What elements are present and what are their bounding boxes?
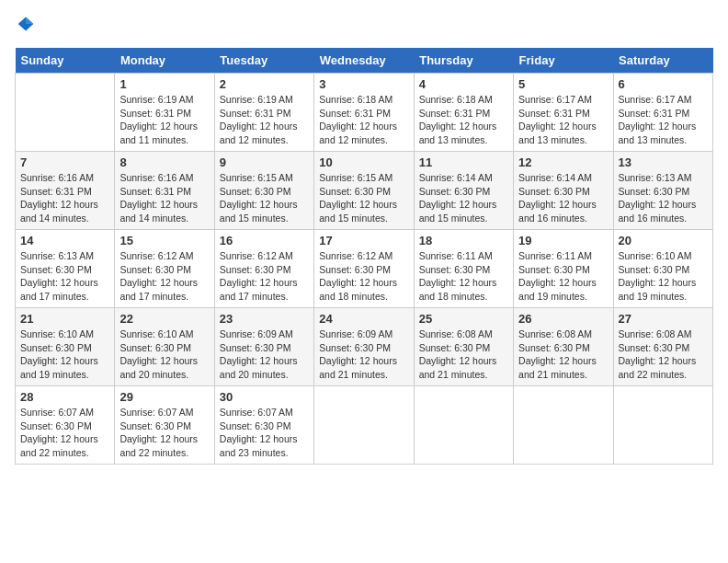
day-info: Sunrise: 6:09 AMSunset: 6:30 PMDaylight:… — [220, 327, 309, 382]
day-number: 5 — [518, 77, 608, 91]
calendar-cell: 20Sunrise: 6:10 AMSunset: 6:30 PMDayligh… — [613, 230, 712, 308]
col-header-saturday: Saturday — [613, 48, 712, 74]
calendar-cell: 16Sunrise: 6:12 AMSunset: 6:30 PMDayligh… — [214, 230, 313, 308]
calendar-cell: 11Sunrise: 6:14 AMSunset: 6:30 PMDayligh… — [414, 152, 513, 230]
calendar-table: SundayMondayTuesdayWednesdayThursdayFrid… — [15, 48, 713, 465]
day-info: Sunrise: 6:16 AMSunset: 6:31 PMDaylight:… — [20, 171, 109, 225]
day-number: 11 — [419, 155, 508, 169]
day-number: 29 — [119, 390, 209, 404]
day-number: 22 — [119, 312, 209, 326]
col-header-friday: Friday — [514, 48, 613, 74]
day-number: 17 — [319, 234, 408, 247]
day-info: Sunrise: 6:07 AMSunset: 6:30 PMDaylight:… — [20, 406, 109, 460]
calendar-cell: 10Sunrise: 6:15 AMSunset: 6:30 PMDayligh… — [314, 152, 414, 230]
day-number: 19 — [518, 234, 608, 247]
page-header — [15, 15, 713, 37]
logo — [15, 15, 39, 37]
calendar-cell: 3Sunrise: 6:18 AMSunset: 6:31 PMDaylight… — [314, 74, 414, 152]
day-info: Sunrise: 6:11 AMSunset: 6:30 PMDaylight:… — [518, 249, 608, 304]
calendar-cell: 1Sunrise: 6:19 AMSunset: 6:31 PMDaylight… — [115, 74, 214, 152]
day-number: 16 — [220, 234, 309, 247]
calendar-cell: 6Sunrise: 6:17 AMSunset: 6:31 PMDaylight… — [613, 74, 712, 152]
day-number: 3 — [319, 77, 408, 91]
day-number: 25 — [419, 312, 508, 326]
day-info: Sunrise: 6:19 AMSunset: 6:31 PMDaylight:… — [220, 93, 309, 147]
calendar-cell — [514, 386, 613, 465]
calendar-cell: 22Sunrise: 6:10 AMSunset: 6:30 PMDayligh… — [115, 308, 214, 386]
week-row-3: 14Sunrise: 6:13 AMSunset: 6:30 PMDayligh… — [16, 230, 713, 308]
day-info: Sunrise: 6:14 AMSunset: 6:30 PMDaylight:… — [419, 171, 508, 225]
calendar-cell: 5Sunrise: 6:17 AMSunset: 6:31 PMDaylight… — [514, 74, 613, 152]
calendar-cell: 21Sunrise: 6:10 AMSunset: 6:30 PMDayligh… — [16, 308, 115, 386]
calendar-cell: 29Sunrise: 6:07 AMSunset: 6:30 PMDayligh… — [115, 386, 214, 465]
day-number: 10 — [319, 155, 408, 169]
day-info: Sunrise: 6:12 AMSunset: 6:30 PMDaylight:… — [220, 249, 309, 304]
day-info: Sunrise: 6:15 AMSunset: 6:30 PMDaylight:… — [319, 171, 408, 225]
day-number: 21 — [20, 312, 109, 326]
day-number: 6 — [619, 77, 708, 91]
calendar-cell: 17Sunrise: 6:12 AMSunset: 6:30 PMDayligh… — [314, 230, 414, 308]
calendar-cell: 24Sunrise: 6:09 AMSunset: 6:30 PMDayligh… — [314, 308, 414, 386]
calendar-cell: 13Sunrise: 6:13 AMSunset: 6:30 PMDayligh… — [613, 152, 712, 230]
calendar-cell — [16, 74, 115, 152]
day-info: Sunrise: 6:10 AMSunset: 6:30 PMDaylight:… — [119, 327, 209, 382]
calendar-cell: 14Sunrise: 6:13 AMSunset: 6:30 PMDayligh… — [16, 230, 115, 308]
logo-icon — [17, 15, 35, 33]
day-info: Sunrise: 6:13 AMSunset: 6:30 PMDaylight:… — [20, 249, 109, 304]
col-header-tuesday: Tuesday — [214, 48, 313, 74]
day-info: Sunrise: 6:08 AMSunset: 6:30 PMDaylight:… — [419, 327, 508, 382]
day-number: 8 — [119, 155, 209, 169]
col-header-thursday: Thursday — [414, 48, 513, 74]
day-info: Sunrise: 6:08 AMSunset: 6:30 PMDaylight:… — [518, 327, 608, 382]
day-info: Sunrise: 6:18 AMSunset: 6:31 PMDaylight:… — [419, 93, 508, 147]
day-number: 28 — [20, 390, 109, 404]
day-info: Sunrise: 6:10 AMSunset: 6:30 PMDaylight:… — [20, 327, 109, 382]
day-info: Sunrise: 6:07 AMSunset: 6:30 PMDaylight:… — [119, 406, 209, 460]
day-info: Sunrise: 6:08 AMSunset: 6:30 PMDaylight:… — [619, 327, 708, 382]
day-number: 27 — [619, 312, 708, 326]
day-number: 18 — [419, 234, 508, 247]
calendar-cell: 30Sunrise: 6:07 AMSunset: 6:30 PMDayligh… — [214, 386, 313, 465]
col-header-wednesday: Wednesday — [314, 48, 414, 74]
day-info: Sunrise: 6:07 AMSunset: 6:30 PMDaylight:… — [220, 406, 309, 460]
day-number: 4 — [419, 77, 508, 91]
day-number: 13 — [619, 155, 708, 169]
day-info: Sunrise: 6:12 AMSunset: 6:30 PMDaylight:… — [119, 249, 209, 304]
day-info: Sunrise: 6:16 AMSunset: 6:31 PMDaylight:… — [119, 171, 209, 225]
day-number: 30 — [220, 390, 309, 404]
day-info: Sunrise: 6:15 AMSunset: 6:30 PMDaylight:… — [220, 171, 309, 225]
day-info: Sunrise: 6:13 AMSunset: 6:30 PMDaylight:… — [619, 171, 708, 225]
calendar-cell: 15Sunrise: 6:12 AMSunset: 6:30 PMDayligh… — [115, 230, 214, 308]
calendar-cell: 25Sunrise: 6:08 AMSunset: 6:30 PMDayligh… — [414, 308, 513, 386]
calendar-cell — [613, 386, 712, 465]
calendar-cell — [314, 386, 414, 465]
day-info: Sunrise: 6:12 AMSunset: 6:30 PMDaylight:… — [319, 249, 408, 304]
calendar-cell: 27Sunrise: 6:08 AMSunset: 6:30 PMDayligh… — [613, 308, 712, 386]
day-number: 12 — [518, 155, 608, 169]
day-number: 7 — [20, 155, 109, 169]
day-number: 20 — [619, 234, 708, 247]
col-header-monday: Monday — [115, 48, 214, 74]
calendar-cell: 23Sunrise: 6:09 AMSunset: 6:30 PMDayligh… — [214, 308, 313, 386]
calendar-cell: 26Sunrise: 6:08 AMSunset: 6:30 PMDayligh… — [514, 308, 613, 386]
day-info: Sunrise: 6:10 AMSunset: 6:30 PMDaylight:… — [619, 249, 708, 304]
day-number: 2 — [220, 77, 309, 91]
day-info: Sunrise: 6:17 AMSunset: 6:31 PMDaylight:… — [619, 93, 708, 147]
day-number: 23 — [220, 312, 309, 326]
day-number: 15 — [119, 234, 209, 247]
day-info: Sunrise: 6:11 AMSunset: 6:30 PMDaylight:… — [419, 249, 508, 304]
week-row-4: 21Sunrise: 6:10 AMSunset: 6:30 PMDayligh… — [16, 308, 713, 386]
week-row-1: 1Sunrise: 6:19 AMSunset: 6:31 PMDaylight… — [16, 74, 713, 152]
calendar-cell: 4Sunrise: 6:18 AMSunset: 6:31 PMDaylight… — [414, 74, 513, 152]
calendar-cell: 9Sunrise: 6:15 AMSunset: 6:30 PMDaylight… — [214, 152, 313, 230]
calendar-cell: 28Sunrise: 6:07 AMSunset: 6:30 PMDayligh… — [16, 386, 115, 465]
calendar-cell: 8Sunrise: 6:16 AMSunset: 6:31 PMDaylight… — [115, 152, 214, 230]
calendar-cell — [414, 386, 513, 465]
day-info: Sunrise: 6:17 AMSunset: 6:31 PMDaylight:… — [518, 93, 608, 147]
calendar-cell: 7Sunrise: 6:16 AMSunset: 6:31 PMDaylight… — [16, 152, 115, 230]
day-number: 26 — [518, 312, 608, 326]
calendar-cell: 19Sunrise: 6:11 AMSunset: 6:30 PMDayligh… — [514, 230, 613, 308]
day-info: Sunrise: 6:18 AMSunset: 6:31 PMDaylight:… — [319, 93, 408, 147]
day-number: 1 — [119, 77, 209, 91]
day-number: 14 — [20, 234, 109, 247]
